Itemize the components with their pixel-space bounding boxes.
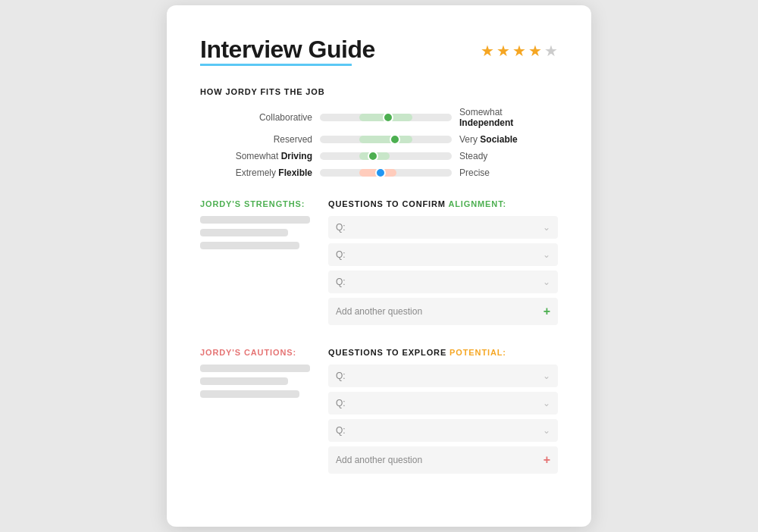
potential-chevron-0: ⌄ [543, 371, 550, 381]
potential-label-colored: POTENTIAL: [449, 348, 506, 357]
strengths-alignment-row: JORDY'S STRENGTHS: QUESTIONS TO CONFIRM … [200, 199, 558, 325]
star-rating: ★★★★★ [481, 42, 558, 60]
cautions-potential-row: JORDY'S CAUTIONS: QUESTIONS TO EXPLORE P… [200, 348, 558, 474]
alignment-question-1[interactable]: Q:⌄ [328, 243, 558, 266]
trait-left-label-2: Somewhat Driving [200, 151, 312, 161]
potential-q-label-0: Q: [336, 371, 346, 381]
strength-bar-1 [200, 216, 310, 224]
potential-q-label-2: Q: [336, 425, 346, 436]
trait-right-label-0: Somewhat Independent [459, 107, 558, 128]
trait-right-label-2: Steady [459, 151, 558, 161]
add-alignment-question-label: Add another question [336, 306, 422, 317]
potential-question-1[interactable]: Q:⌄ [328, 392, 558, 415]
alignment-label: QUESTIONS TO CONFIRM ALIGNMENT: [328, 199, 558, 208]
star-1[interactable]: ★ [481, 42, 494, 60]
trait-bar-3 [320, 169, 452, 177]
potential-questions: Q:⌄Q:⌄Q:⌄ [328, 365, 558, 442]
alignment-col: QUESTIONS TO CONFIRM ALIGNMENT: Q:⌄Q:⌄Q:… [328, 199, 558, 325]
potential-question-2[interactable]: Q:⌄ [328, 419, 558, 442]
trait-left-label-3: Extremely Flexible [200, 167, 312, 178]
alignment-questions: Q:⌄Q:⌄Q:⌄ [328, 216, 558, 293]
interview-guide-card: Interview Guide ★★★★★ HOW JORDY FITS THE… [167, 5, 591, 527]
star-4[interactable]: ★ [528, 42, 542, 60]
potential-chevron-1: ⌄ [543, 398, 550, 408]
page-title: Interview Guide [200, 36, 375, 64]
caution-bar-1 [200, 365, 310, 372]
caution-bar-3 [200, 390, 299, 398]
title-block: Interview Guide [200, 36, 375, 83]
alignment-q-label-2: Q: [336, 277, 346, 287]
strengths-col: JORDY'S STRENGTHS: [200, 199, 310, 325]
trait-dot-0 [383, 112, 393, 123]
alignment-q-label-1: Q: [336, 249, 346, 260]
alignment-chevron-2: ⌄ [543, 277, 550, 287]
potential-q-label-1: Q: [336, 398, 346, 408]
alignment-question-2[interactable]: Q:⌄ [328, 271, 558, 293]
caution-bar-2 [200, 377, 288, 385]
fits-section-label: HOW JORDY FITS THE JOB [200, 87, 558, 96]
trait-dot-1 [390, 134, 400, 145]
traits-section: CollaborativeSomewhat IndependentReserve… [200, 107, 558, 178]
strength-bar-3 [200, 242, 299, 249]
trait-bar-fill-1 [359, 136, 412, 143]
star-3[interactable]: ★ [512, 42, 526, 60]
trait-left-label-0: Collaborative [200, 112, 312, 123]
potential-question-0[interactable]: Q:⌄ [328, 365, 558, 387]
trait-dot-3 [375, 167, 386, 178]
potential-label: QUESTIONS TO EXPLORE POTENTIAL: [328, 348, 558, 357]
trait-left-label-1: Reserved [200, 134, 312, 145]
trait-right-label-3: Precise [459, 167, 558, 178]
alignment-q-label-0: Q: [336, 222, 346, 233]
header-row: Interview Guide ★★★★★ [200, 36, 558, 83]
trait-right-label-1: Very Sociable [459, 134, 558, 145]
add-potential-icon: + [543, 453, 550, 467]
potential-col: QUESTIONS TO EXPLORE POTENTIAL: Q:⌄Q:⌄Q:… [328, 348, 558, 474]
alignment-question-0[interactable]: Q:⌄ [328, 216, 558, 239]
cautions-col: JORDY'S CAUTIONS: [200, 348, 310, 474]
trait-row-1: ReservedVery Sociable [200, 134, 558, 145]
strengths-label: JORDY'S STRENGTHS: [200, 199, 310, 208]
trait-dot-2 [368, 151, 378, 161]
potential-chevron-2: ⌄ [543, 425, 550, 436]
cautions-label: JORDY'S CAUTIONS: [200, 348, 310, 357]
trait-row-2: Somewhat DrivingSteady [200, 151, 558, 161]
trait-row-0: CollaborativeSomewhat Independent [200, 107, 558, 128]
star-2[interactable]: ★ [496, 42, 510, 60]
star-5[interactable]: ★ [544, 42, 558, 60]
strength-bar-2 [200, 229, 288, 236]
trait-bar-2 [320, 152, 452, 160]
alignment-label-static: QUESTIONS TO CONFIRM [328, 199, 448, 208]
trait-bar-0 [320, 114, 452, 121]
title-underline [200, 64, 352, 66]
add-alignment-icon: + [543, 305, 550, 318]
alignment-label-colored: ALIGNMENT: [448, 199, 506, 208]
alignment-chevron-0: ⌄ [543, 222, 550, 233]
add-potential-question-button[interactable]: Add another question + [328, 446, 558, 474]
add-alignment-question-button[interactable]: Add another question + [328, 298, 558, 325]
trait-bar-1 [320, 136, 452, 143]
potential-label-static: QUESTIONS TO EXPLORE [328, 348, 449, 357]
trait-row-3: Extremely FlexiblePrecise [200, 167, 558, 178]
add-potential-question-label: Add another question [336, 455, 422, 465]
alignment-chevron-1: ⌄ [543, 249, 550, 260]
